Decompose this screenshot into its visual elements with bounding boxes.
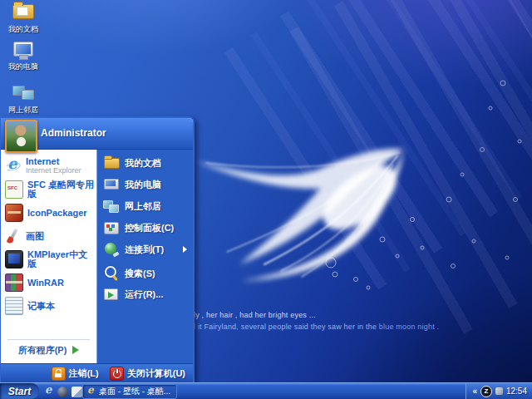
log-off-button[interactable]: 注销(L)	[52, 367, 99, 381]
sfc-app-icon	[5, 180, 23, 199]
network-places-icon	[103, 198, 120, 214]
startmenu-item-run[interactable]: 运行(R)...	[97, 284, 193, 304]
wing-graphic	[190, 140, 435, 298]
start-menu-header: Administrator	[1, 118, 193, 150]
desktop-icon-my-computer[interactable]: 我的电脑	[2, 42, 45, 72]
quicklaunch-media-player-icon[interactable]	[57, 387, 68, 397]
quick-launch-bar: »	[43, 385, 89, 398]
submenu-arrow-icon	[183, 246, 187, 253]
startmenu-item-kmplayer[interactable]: KMPlayer中文版	[1, 248, 96, 271]
wallpaper-caption-line1: dy , her hair , had her bright eyes ...	[191, 311, 316, 319]
quicklaunch-ie-icon[interactable]	[43, 387, 54, 397]
my-computer-icon	[12, 42, 34, 59]
start-menu-places-column: 我的文档 我的电脑 网上邻居 控制面板(C) 连接到(T)	[96, 150, 193, 363]
internet-explorer-icon	[5, 157, 22, 174]
start-menu-pinned-column: Internet Internet Explorer SFC 桌酷网专用版 Ic…	[1, 150, 96, 363]
start-button[interactable]: Start	[0, 383, 39, 399]
startmenu-item-winrar[interactable]: WinRAR	[1, 271, 96, 294]
paint-icon	[5, 228, 22, 244]
startmenu-item-sfc[interactable]: SFC 桌酷网专用版	[1, 178, 96, 201]
search-icon	[103, 265, 120, 282]
winrar-icon	[5, 273, 23, 292]
bubbles-graphic	[432, 50, 532, 299]
power-icon	[110, 367, 124, 381]
start-menu: Administrator Internet Internet Explorer…	[0, 116, 195, 382]
startmenu-item-paint[interactable]: 画图	[1, 224, 96, 248]
kmplayer-icon	[5, 250, 23, 268]
all-programs-button[interactable]: 所有程序(P)	[1, 340, 96, 360]
taskbar: Start » 桌面 - 壁纸 - 桌酷... « Z 12:54	[0, 382, 532, 399]
connect-to-icon	[103, 241, 120, 258]
all-programs-arrow-icon	[72, 346, 79, 354]
taskbar-clock[interactable]: 12:54	[506, 387, 527, 396]
log-off-lock-icon	[52, 367, 66, 381]
startmenu-item-my-documents[interactable]: 我的文档	[97, 153, 193, 173]
startmenu-item-notepad[interactable]: 记事本	[1, 294, 96, 318]
startmenu-item-internet[interactable]: Internet Internet Explorer	[1, 153, 96, 178]
run-icon	[103, 286, 120, 303]
startmenu-item-my-computer[interactable]: 我的电脑	[97, 175, 193, 195]
taskbar-window-button[interactable]: 桌面 - 壁纸 - 桌酷...	[83, 385, 176, 398]
tray-z-app-icon[interactable]: Z	[480, 386, 492, 397]
quicklaunch-show-desktop-icon[interactable]	[71, 387, 82, 397]
startmenu-item-network-places[interactable]: 网上邻居	[97, 196, 193, 216]
control-panel-icon	[103, 219, 120, 236]
network-places-icon	[12, 85, 34, 102]
desktop-screen: dy , her hair , had her bright eyes ... …	[0, 0, 532, 399]
user-avatar[interactable]	[5, 120, 37, 153]
system-tray: « Z 12:54	[466, 383, 532, 399]
tray-expand-chevron-icon[interactable]: «	[472, 387, 477, 396]
ie-window-icon	[86, 387, 96, 397]
iconpackager-icon	[5, 204, 23, 222]
desktop-icon-my-documents[interactable]: 我的文档	[2, 2, 45, 35]
desktop-icon-label: 我的文档	[2, 24, 45, 35]
tray-app-icon[interactable]	[495, 387, 503, 395]
startmenu-item-search[interactable]: 搜索(S)	[97, 264, 193, 283]
wallpaper-caption-line2: d it Fairyland, several people said they…	[191, 323, 439, 331]
startmenu-item-control-panel[interactable]: 控制面板(C)	[97, 218, 193, 238]
desktop-icon-label: 网上邻居	[2, 105, 45, 116]
turn-off-computer-button[interactable]: 关闭计算机(U)	[110, 367, 185, 381]
my-documents-icon	[12, 4, 34, 22]
my-documents-icon	[103, 155, 120, 171]
startmenu-item-iconpackager[interactable]: IconPackager	[1, 201, 96, 224]
desktop-icon-label: 我的电脑	[2, 62, 45, 72]
start-menu-footer: 注销(L) 关闭计算机(U)	[1, 363, 193, 383]
my-computer-icon	[103, 176, 120, 193]
startmenu-item-connect-to[interactable]: 连接到(T)	[97, 239, 193, 259]
notepad-icon	[5, 297, 23, 315]
user-name: Administrator	[41, 118, 106, 148]
desktop-icon-network-places[interactable]: 网上邻居	[2, 85, 45, 116]
